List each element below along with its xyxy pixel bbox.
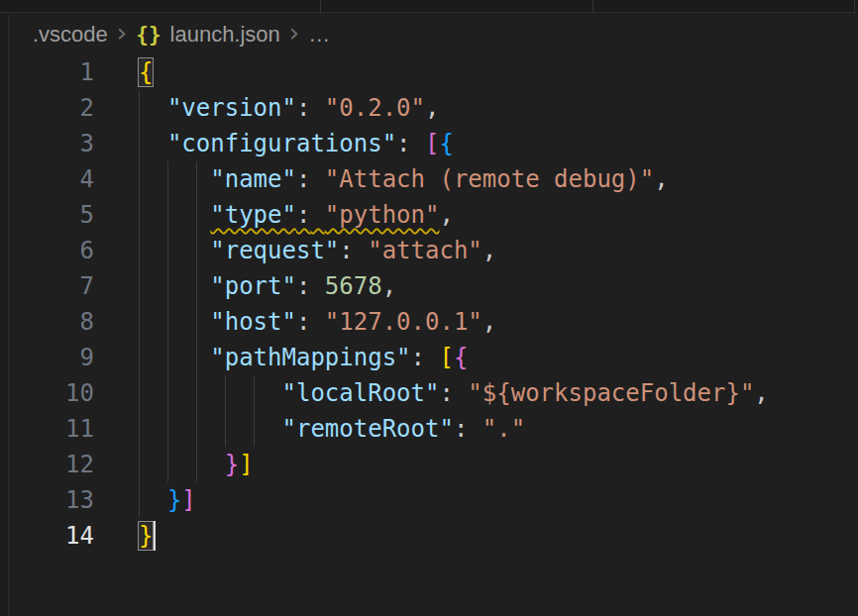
indent-guide	[196, 375, 197, 411]
indent-guide	[196, 304, 197, 340]
matched-bracket: }	[139, 522, 153, 550]
code-line[interactable]: 1{	[10, 54, 858, 90]
code-token: "pathMappings"	[210, 344, 410, 371]
indent-guide	[196, 447, 197, 482]
line-number: 5	[10, 197, 94, 233]
line-number: 8	[10, 304, 94, 340]
indent-guide	[196, 233, 197, 268]
code-token: :	[396, 130, 410, 157]
indent-guide	[167, 161, 168, 197]
code-line-content: }]	[94, 482, 858, 518]
indent-guide	[167, 197, 168, 233]
code-line[interactable]: 12 }]	[10, 447, 858, 482]
code-token: :	[439, 379, 453, 407]
code-token: ,	[382, 272, 396, 300]
line-number: 14	[10, 518, 94, 554]
code-token: [	[439, 344, 453, 371]
code-token	[139, 379, 282, 407]
line-number: 1	[10, 54, 94, 90]
indent-guide	[254, 411, 255, 447]
code-line[interactable]: 8 "host": "127.0.0.1",	[10, 304, 858, 340]
indent-guide	[139, 233, 140, 268]
indent-guide	[139, 126, 140, 161]
code-line-content: "localRoot": "${workspaceFolder}",	[94, 375, 858, 411]
chevron-right-icon: ›	[289, 20, 299, 46]
indent-guide	[167, 447, 168, 482]
code-line[interactable]: 4 "name": "Attach (remote debug)",	[10, 161, 858, 197]
code-token: :	[296, 94, 310, 122]
line-number: 3	[10, 126, 94, 161]
code-token: :	[454, 415, 468, 443]
code-token	[310, 272, 324, 300]
code-token: ,	[654, 165, 668, 193]
code-token: }	[225, 451, 239, 478]
code-line-content: "pathMappings": [{	[94, 340, 858, 375]
breadcrumb-item-launchjson[interactable]: launch.json	[170, 22, 280, 48]
code-token	[468, 415, 482, 443]
breadcrumb-item-[interactable]: …	[308, 22, 330, 48]
indent-guide	[167, 304, 168, 340]
code-token	[454, 379, 468, 407]
indent-guide	[225, 375, 226, 411]
code-line-content: "version": "0.2.0",	[94, 90, 858, 126]
json-braces-icon: {}	[136, 23, 161, 47]
warning-squiggle: "type": "python"	[210, 201, 439, 229]
code-token	[139, 130, 167, 157]
code-token: "port"	[210, 272, 296, 300]
indent-guide	[167, 340, 168, 375]
code-token	[139, 451, 225, 478]
code-token: "."	[483, 415, 525, 443]
indent-guide	[139, 375, 140, 411]
code-line[interactable]: 7 "port": 5678,	[10, 268, 858, 304]
tab-separator	[854, 0, 855, 13]
code-line[interactable]: 9 "pathMappings": [{	[10, 340, 858, 375]
code-token: :	[339, 237, 353, 264]
code-token: ]	[181, 486, 195, 514]
code-token: "python"	[325, 201, 440, 229]
breadcrumb-item-vscode[interactable]: .vscode	[33, 22, 108, 48]
code-line-content: }	[94, 518, 858, 554]
indent-guide	[139, 482, 140, 518]
code-token	[310, 165, 324, 193]
code-line-content: "remoteRoot": "."	[94, 411, 858, 447]
code-line[interactable]: 11 "remoteRoot": "."	[10, 411, 858, 447]
code-token	[310, 94, 324, 122]
code-line-content: "type": "python",	[94, 197, 858, 233]
code-token: :	[296, 308, 310, 336]
indent-guide	[196, 268, 197, 304]
line-number: 2	[10, 90, 94, 126]
indent-guide	[139, 197, 140, 233]
indent-guide	[139, 447, 140, 482]
indent-guide	[167, 375, 168, 411]
code-token	[139, 94, 167, 122]
code-token: ,	[483, 237, 496, 264]
code-token	[139, 201, 210, 229]
code-editor[interactable]: .vscode›{}launch.json›… 1{2 "version": "…	[10, 14, 858, 616]
line-number: 9	[10, 340, 94, 375]
code-line[interactable]: 5 "type": "python",	[10, 197, 858, 233]
code-token: "127.0.0.1"	[325, 308, 483, 336]
code-line[interactable]: 6 "request": "attach",	[10, 233, 858, 268]
code-token	[139, 415, 282, 443]
code-token	[139, 272, 210, 300]
code-token: ,	[439, 201, 453, 229]
code-token: "type"	[210, 201, 296, 229]
tab-separator	[592, 0, 593, 13]
indent-guide	[167, 268, 168, 304]
matched-bracket: {	[139, 58, 153, 86]
code-line-content: {	[94, 54, 858, 90]
code-line[interactable]: 14}	[10, 518, 858, 554]
code-line[interactable]: 13 }]	[10, 482, 858, 518]
code-token: :	[296, 201, 310, 229]
code-token: "${workspaceFolder}"	[468, 379, 754, 407]
code-line[interactable]: 2 "version": "0.2.0",	[10, 90, 858, 126]
code-line-content: "request": "attach",	[94, 233, 858, 268]
code-area[interactable]: 1{2 "version": "0.2.0",3 "configurations…	[10, 54, 858, 554]
line-number: 12	[10, 447, 94, 482]
code-token	[411, 130, 425, 157]
code-line[interactable]: 3 "configurations": [{	[10, 126, 858, 161]
line-number: 4	[10, 161, 94, 197]
code-line[interactable]: 10 "localRoot": "${workspaceFolder}",	[10, 375, 858, 411]
tab-separator	[320, 0, 321, 13]
code-token: :	[296, 165, 310, 193]
